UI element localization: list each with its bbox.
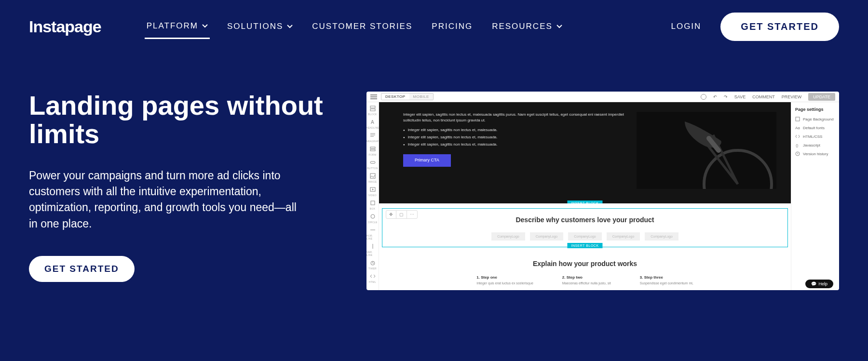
more-icon: ⋯	[407, 211, 417, 218]
setting-row: Page Background	[795, 117, 835, 121]
editor-body: BLOCK AHEADLINE PARAGRAPH FORM BUTTON IM…	[366, 102, 839, 290]
setting-label: Version history	[803, 152, 828, 156]
block-toolbar: ✥ ▢ ⋯	[386, 210, 418, 219]
editor-topbar: DESKTOP MOBILE ↶ ↷ SAVE COMMENT PREVIEW …	[366, 92, 839, 102]
editor-preview: DESKTOP MOBILE ↶ ↷ SAVE COMMENT PREVIEW …	[366, 92, 839, 290]
bicycle-hero-image	[637, 112, 776, 189]
brand-logo: Instapage	[29, 17, 101, 36]
svg-rect-0	[370, 106, 375, 108]
get-started-header-button[interactable]: GET STARTED	[720, 13, 839, 41]
login-link[interactable]: LOGIN	[671, 22, 701, 31]
bullet: Integer elit sapien, sagittis non lectus…	[403, 142, 627, 147]
save-action: SAVE	[734, 94, 746, 99]
company-logo-placeholder: CompanyLogo	[645, 232, 678, 241]
nav-customer-stories[interactable]: CUSTOMER STORIES	[310, 14, 414, 39]
svg-rect-8	[371, 201, 375, 205]
nav-items: PLATFORM SOLUTIONS CUSTOMER STORIES PRIC…	[145, 14, 564, 39]
step-title: 3. Step three	[640, 275, 693, 280]
svg-point-9	[371, 214, 375, 218]
tool-headline-icon: A	[369, 119, 376, 125]
setting-row: HTML/CSS	[795, 134, 835, 139]
desktop-toggle: DESKTOP	[381, 94, 409, 100]
step-desc: Maecenas efficitur nulla justo, sit	[562, 281, 611, 285]
dark-copy: Integer elit sapien, sagittis non lectus…	[403, 112, 627, 189]
tool-video-icon	[369, 186, 376, 193]
help-icon	[701, 94, 706, 100]
svg-rect-1	[370, 109, 375, 111]
tool-html-icon	[369, 273, 376, 280]
company-logo-placeholder: CompanyLogo	[491, 232, 525, 241]
tool-image-icon	[369, 173, 376, 179]
tool-hline-icon	[369, 227, 376, 233]
hero-section: Landing pages without limits Power your …	[0, 53, 868, 319]
nav-resources[interactable]: RESOURCES	[490, 14, 564, 39]
move-icon: ✥	[386, 211, 396, 218]
nav-pricing[interactable]: PRICING	[430, 14, 475, 39]
nav-label: PRICING	[432, 22, 473, 31]
comment-action: COMMENT	[752, 94, 775, 99]
viewport-toggle: DESKTOP MOBILE	[381, 93, 434, 100]
tool-label: CIRCLE	[367, 221, 377, 224]
bullet: Integer elit sapien, sagittis non lectus…	[403, 134, 627, 140]
preview-action: PREVIEW	[782, 94, 802, 99]
svg-rect-3	[370, 147, 375, 148]
company-logo-placeholder: CompanyLogo	[568, 232, 602, 241]
setting-row: {}Javascript	[795, 143, 835, 147]
nav-label: RESOURCES	[492, 22, 553, 31]
tool-form-icon	[369, 146, 376, 152]
tool-label: HEADLINE	[366, 126, 379, 129]
nav-label: CUSTOMER STORIES	[312, 22, 412, 31]
selection-outline	[382, 208, 788, 247]
hero-title: Landing pages without limits	[29, 92, 338, 148]
logo-row: CompanyLogo CompanyLogo CompanyLogo Comp…	[393, 232, 776, 241]
tool-label: IMAGE	[368, 180, 377, 183]
tool-button-icon	[369, 159, 376, 166]
svg-rect-4	[370, 149, 375, 151]
tool-label: BLOCK	[368, 113, 377, 116]
step-desc: Suspendisse eget condimentum mi,	[640, 281, 693, 285]
setting-label: Default fonts	[803, 126, 825, 130]
love-heading: Describe why customers love your product	[393, 216, 776, 224]
tool-rail: BLOCK AHEADLINE PARAGRAPH FORM BUTTON IM…	[366, 102, 379, 290]
works-block: Explain how your product works 1. Step o…	[379, 245, 791, 290]
nav-solutions[interactable]: SOLUTIONS	[225, 14, 295, 39]
help-pill: 💬 Help	[805, 280, 833, 288]
svg-rect-11	[637, 112, 776, 189]
tool-label: BUTTON	[367, 167, 378, 170]
tool-label: FORM	[369, 153, 377, 156]
nav-label: PLATFORM	[147, 21, 198, 31]
chevron-down-icon	[556, 24, 562, 29]
svg-text:{}: {}	[796, 143, 799, 147]
tool-label: TIMER	[368, 267, 377, 270]
get-started-hero-button[interactable]: GET STARTED	[29, 256, 135, 282]
chat-icon: 💬	[811, 281, 816, 286]
setting-label: HTML/CSS	[803, 134, 822, 139]
step-item: 2. Step two Maecenas efficitur nulla jus…	[562, 275, 611, 285]
setting-row: AɑDefault fonts	[795, 125, 835, 130]
nav-label: SOLUTIONS	[227, 22, 283, 31]
tool-circle-icon	[369, 213, 376, 220]
tool-block-icon	[369, 105, 376, 112]
step-title: 2. Step two	[562, 275, 611, 280]
tool-vline-icon	[369, 243, 376, 250]
tool-label: HOR. LINE	[366, 234, 379, 240]
tool-timer-icon	[369, 259, 376, 266]
svg-text:Aɑ: Aɑ	[795, 126, 800, 130]
tool-box-icon	[369, 200, 376, 206]
svg-rect-5	[370, 161, 375, 163]
tool-label: HTML	[369, 281, 376, 283]
step-title: 1. Step one	[476, 275, 533, 280]
hero-copy: Landing pages without limits Power your …	[29, 92, 338, 290]
lorem-paragraph: Integer elit sapien, sagittis non lectus…	[403, 112, 627, 123]
primary-cta-button: Primary CTA	[403, 154, 451, 167]
love-block: ✥ ▢ ⋯ Describe why customers love your p…	[379, 203, 791, 245]
step-item: 1. Step one Integer quis erat luctus ex …	[476, 275, 533, 285]
dark-hero-block: Integer elit sapien, sagittis non lectus…	[379, 102, 791, 203]
nav-platform[interactable]: PLATFORM	[145, 14, 210, 39]
company-logo-placeholder: CompanyLogo	[530, 232, 564, 241]
insert-block-badge: INSERT BLOCK	[567, 243, 602, 248]
undo-icon: ↶	[713, 94, 717, 99]
svg-rect-13	[796, 117, 800, 121]
top-nav: Instapage PLATFORM SOLUTIONS CUSTOMER ST…	[0, 0, 868, 53]
mobile-toggle: MOBILE	[409, 94, 433, 100]
